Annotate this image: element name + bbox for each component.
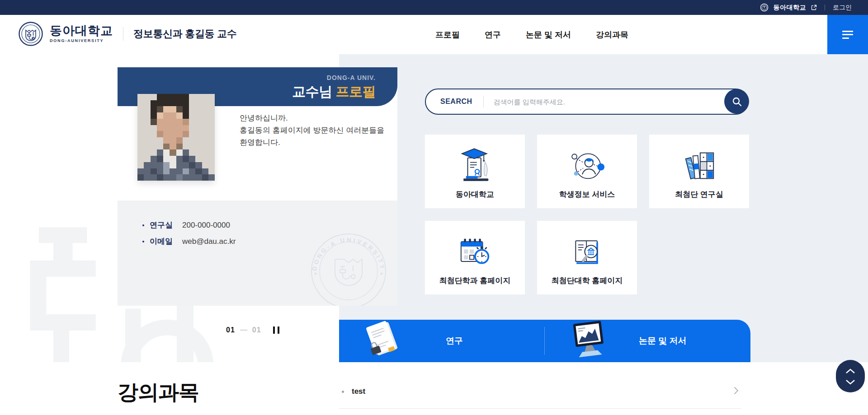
logo-english: DONG-AUNIVERSITY [50,39,113,43]
nav-item-profile[interactable]: 프로필 [435,29,460,40]
greeting-text: 안녕하십니까. 홍길동의 홈페이지에 방문하신 여러분들을 환영합니다. [240,112,384,149]
svg-text:DONG-A UNIVERSITY: DONG-A UNIVERSITY [311,237,386,271]
topbar-university-link[interactable]: 동아대학교 [774,4,807,12]
slide-dash [240,330,247,331]
search-divider [483,96,484,107]
brand[interactable]: 동아대학교 DONG-AUNIVERSITY 정보통신과 홍길동 교수 [18,21,237,47]
monitor-chart-icon [567,319,611,363]
diploma-graduation-icon [454,144,496,185]
bookshelf-icon [679,144,720,185]
contact-list: 연구실 200-000-0000 이메일 web@dau.ac.kr [142,220,236,252]
professor-photo-pixels [137,94,215,181]
logo-korean: 동아대학교 [50,25,113,37]
calendar-stopwatch-icon [454,230,496,271]
slider-controls: 01 01 [226,326,279,334]
site-header: 동아대학교 DONG-AUNIVERSITY 정보통신과 홍길동 교수 프로필 … [0,15,868,54]
search-input[interactable] [494,98,748,106]
papers-clip-icon [358,319,406,363]
main-nav: 프로필 연구 논문 및 저서 강의과목 [435,15,628,54]
nav-item-research[interactable]: 연구 [485,29,501,40]
scroll-up-icon[interactable] [845,368,855,373]
topbar-divider [825,5,825,10]
professor-photo [137,94,215,181]
contact-row-office: 연구실 200-000-0000 [142,220,236,230]
search-button[interactable] [724,89,749,114]
course-row[interactable]: test [339,379,741,409]
main-content: DONG-A UNIV. 교수님 프로필 DONG-A UNIVERS [0,54,868,362]
courses-section: 강의과목 test [0,362,868,415]
external-link-icon[interactable] [811,5,817,10]
quick-link-research-lab[interactable]: 최첨단 연구실 [649,135,749,208]
top-utility-bar: 동아대학교 로그인 [0,0,868,15]
bullet-dot [142,241,144,242]
quick-link-donga-univ[interactable]: 동아대학교 [425,135,525,208]
banner-link-papers[interactable]: 논문 및 저서 [545,320,750,362]
professor-homepage: 동아대학교 로그인 동아대학교 DONG-AUN [0,0,868,415]
quick-link-college-homepage[interactable]: 최첨단대학 홈페이지 [537,221,637,294]
profile-eyebrow: DONG-A UNIV. [118,74,376,81]
courses-heading: 강의과목 [118,378,199,406]
logo-type: 동아대학교 DONG-AUNIVERSITY [50,25,113,43]
quick-link-grid: 동아대학교 학생정보 서비스 [425,135,749,294]
search-label: SEARCH [440,98,472,106]
slide-total: 01 [252,326,261,334]
university-seal-icon [760,3,769,12]
banner-links: 연구 논문 및 저서 [339,320,750,362]
university-logo-icon [18,21,43,47]
profile-title-accent: 프로필 [336,84,376,99]
site-title: 정보통신과 홍길동 교수 [133,27,237,41]
brand-divider [123,27,123,41]
professor-profile-card: DONG-A UNIV. 교수님 프로필 DONG-A UNIVERS [118,67,397,306]
university-seal-watermark: DONG-A UNIVERSITY [310,232,387,306]
quick-link-student-info[interactable]: 학생정보 서비스 [537,135,637,208]
nav-item-courses[interactable]: 강의과목 [596,29,628,40]
nav-item-papers[interactable]: 논문 및 저서 [526,29,571,40]
banner-link-research[interactable]: 연구 [339,320,545,362]
scroll-down-icon[interactable] [845,379,855,385]
quick-link-dept-homepage[interactable]: 최첨단학과 홈페이지 [425,221,525,294]
bullet-dot [342,391,344,393]
chevron-right-icon [734,387,739,396]
course-list: test [339,379,741,409]
pause-icon[interactable] [273,326,279,334]
bullet-dot [142,224,144,226]
search-bar: SEARCH [425,89,749,115]
login-link[interactable]: 로그인 [833,4,852,12]
contact-row-email: 이메일 web@dau.ac.kr [142,236,236,247]
slide-current: 01 [226,326,235,334]
book-magnifier-icon [566,230,608,271]
hamburger-menu-icon[interactable] [827,15,868,54]
student-network-icon [566,144,608,185]
profile-card-lower-panel: DONG-A UNIVERSITY [118,201,397,306]
magnifier-icon [731,96,743,107]
scroll-widget [836,360,865,392]
